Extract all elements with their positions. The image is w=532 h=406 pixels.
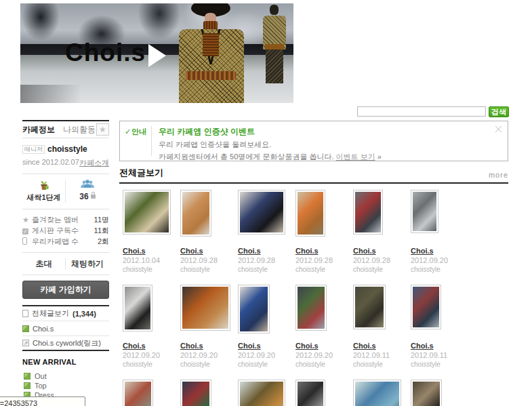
- post-photo: [240, 287, 268, 331]
- post-thumbnail[interactable]: [411, 190, 438, 233]
- post-item: Choi.s2012.09.20choisstyle: [238, 285, 295, 368]
- post-thumbnail[interactable]: [180, 285, 230, 331]
- post-photo: [125, 287, 150, 329]
- category-out[interactable]: Out: [22, 371, 109, 381]
- post-thumbnail[interactable]: [411, 285, 441, 329]
- post-item: Choi.s2012.09.20choisstyle: [295, 285, 353, 368]
- post-thumbnail[interactable]: [353, 190, 383, 235]
- check-icon: ✓: [125, 127, 131, 136]
- search-button[interactable]: 검색: [489, 106, 509, 117]
- post-title-link[interactable]: Choi.s: [238, 247, 295, 255]
- cafe-since: since 2012.02.07: [22, 158, 79, 168]
- post-photo: [125, 382, 151, 406]
- post-thumbnail[interactable]: [295, 285, 327, 331]
- post-title-link[interactable]: Choi.s: [411, 247, 468, 255]
- post-photo: [355, 192, 381, 232]
- post-item: Choi.s2012.09.11choisstyle: [353, 285, 411, 368]
- post-title-link[interactable]: Choi.s: [180, 247, 238, 255]
- manager-badge: 매니저: [22, 145, 45, 154]
- post-thumbnail[interactable]: [123, 190, 171, 235]
- post-item: Choi.s2012.09.20choisstyle: [123, 285, 180, 368]
- post-photo: [182, 287, 228, 329]
- post-title-link[interactable]: Choi.s: [353, 342, 411, 350]
- posts-row: [123, 380, 508, 406]
- post-photo: [298, 287, 325, 329]
- post-thumbnail[interactable]: [295, 380, 325, 406]
- notice-line1: 우리 카페앱 인증샷을 올려보세요.: [159, 140, 508, 150]
- post-thumbnail[interactable]: [411, 380, 442, 406]
- post-author: choisstyle: [123, 266, 180, 273]
- post-title-link[interactable]: Choi.s: [123, 342, 180, 350]
- link-icon: ↗: [22, 340, 29, 346]
- post-thumbnail[interactable]: [123, 285, 152, 331]
- lock-icon: [91, 195, 96, 199]
- runway-model2-photo: [259, 3, 293, 103]
- sidebar-menu: 전체글보기 (1,344) Choi.s ↗ Choi.s cyworld(링크…: [22, 305, 109, 351]
- post-author: choisstyle: [411, 361, 468, 368]
- search-input[interactable]: [357, 106, 486, 117]
- post-author: choisstyle: [180, 361, 238, 368]
- post-photo: [355, 287, 384, 327]
- post-date: 2012.09.28: [238, 256, 295, 264]
- post-thumbnail[interactable]: [180, 190, 211, 237]
- posts-row: Choi.s2012.10.04choisstyleChoi.s2012.09.…: [123, 190, 508, 273]
- invite-button[interactable]: 초대: [22, 258, 66, 270]
- status-bar-tooltip: clubid=24353573: [0, 397, 85, 406]
- cafe-level-label: 새싹1단계: [22, 192, 65, 203]
- post-thumbnail[interactable]: [123, 380, 153, 406]
- post-title-link[interactable]: Choi.s: [238, 342, 295, 350]
- post-thumbnail[interactable]: [238, 190, 285, 235]
- post-thumbnail[interactable]: [353, 380, 401, 406]
- post-title-link[interactable]: Choi.s: [295, 247, 353, 255]
- search-bar: 검색: [357, 106, 509, 118]
- tab-cafe-info[interactable]: 카페정보: [22, 124, 55, 136]
- members-icon: [80, 180, 95, 189]
- join-cafe-button[interactable]: 카페 가입하기: [22, 281, 109, 299]
- menu-cyworld-link[interactable]: ↗ Choi.s cyworld(링크): [22, 336, 109, 351]
- post-author: choisstyle: [295, 361, 353, 368]
- post-author: choisstyle: [353, 361, 411, 368]
- post-date: 2012.09.11: [411, 351, 468, 359]
- close-icon[interactable]: [494, 125, 503, 134]
- menu-chois-board[interactable]: Choi.s: [22, 321, 109, 336]
- post-date: 2012.09.28: [295, 256, 353, 264]
- post-item: [353, 380, 411, 406]
- notice-title[interactable]: 우리 카페앱 인증샷 이벤트: [159, 126, 508, 138]
- logo-arrow-icon: [148, 44, 166, 67]
- post-photo: [125, 192, 169, 232]
- post-thumbnail[interactable]: [238, 285, 270, 333]
- post-item: Choi.s2012.09.28choisstyle: [180, 190, 238, 273]
- board-subscribe-icon: ✓: [22, 226, 32, 235]
- post-item: Choi.s2012.09.28choisstyle: [238, 190, 295, 273]
- cafe-intro-link[interactable]: 카페소개: [79, 158, 109, 168]
- post-item: Choi.s2012.09.20choisstyle: [180, 285, 238, 368]
- post-title-link[interactable]: Choi.s: [295, 342, 353, 350]
- post-thumbnail[interactable]: [353, 285, 386, 329]
- menu-all-posts[interactable]: 전체글보기 (1,344): [22, 306, 109, 321]
- chat-button[interactable]: 채팅하기: [66, 258, 109, 270]
- manager-name[interactable]: choisstyle: [47, 144, 87, 154]
- post-date: 2012.10.04: [123, 256, 180, 264]
- post-photo: [182, 192, 209, 235]
- favorite-star-button[interactable]: ★: [96, 123, 109, 136]
- post-title-link[interactable]: Choi.s: [123, 247, 180, 255]
- board-title: 전체글보기: [119, 167, 163, 179]
- more-link[interactable]: more: [489, 171, 508, 179]
- tab-my-activity[interactable]: 나의활동: [63, 124, 96, 136]
- post-thumbnail[interactable]: [238, 380, 285, 406]
- post-title-link[interactable]: Choi.s: [353, 247, 411, 255]
- category-top[interactable]: Top: [22, 381, 109, 390]
- event-link[interactable]: 이벤트 보기: [336, 153, 375, 161]
- post-title-link[interactable]: Choi.s: [411, 342, 468, 350]
- post-photo: [413, 382, 440, 406]
- post-count: (1,344): [73, 310, 96, 318]
- post-thumbnail[interactable]: [295, 190, 325, 237]
- cafe-banner[interactable]: Choi.s: [20, 3, 293, 103]
- post-date: 2012.09.20: [411, 256, 468, 264]
- link-arrow: »: [377, 153, 382, 161]
- post-thumbnail[interactable]: [180, 380, 211, 406]
- post-item: [180, 380, 238, 406]
- post-author: choisstyle: [411, 266, 468, 273]
- post-title-link[interactable]: Choi.s: [180, 342, 238, 350]
- sidebar-tabs: 카페정보 나의활동 ★: [22, 120, 109, 138]
